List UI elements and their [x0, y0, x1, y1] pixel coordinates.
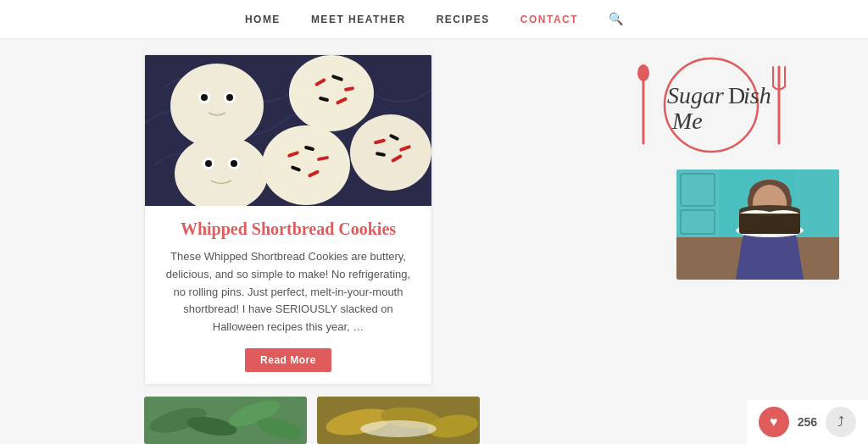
svg-point-38: [360, 420, 437, 437]
right-column: Sugar D ish Me: [534, 39, 868, 444]
svg-point-20: [205, 160, 212, 167]
thumbnails-row: [144, 397, 517, 444]
feature-card: Whipped Shortbread Cookies These Whipped…: [144, 54, 432, 385]
site-logo: Sugar D ish Me: [582, 54, 820, 156]
svg-rect-52: [676, 169, 719, 237]
svg-point-3: [201, 94, 208, 101]
read-more-button[interactable]: Read More: [245, 348, 331, 372]
feature-card-text: These Whipped Shortbread Cookies are but…: [162, 248, 415, 336]
svg-point-12: [350, 114, 431, 191]
svg-point-23: [262, 125, 350, 205]
share-button[interactable]: ⤴: [826, 407, 856, 437]
svg-text:Me: Me: [671, 108, 703, 134]
svg-point-22: [231, 160, 237, 167]
heather-photo-card: [676, 169, 839, 280]
left-column: Whipped Shortbread Cookies These Whipped…: [0, 39, 534, 444]
svg-point-6: [289, 55, 374, 131]
feature-card-image: [145, 55, 432, 206]
nav-home[interactable]: HOME: [245, 14, 281, 25]
svg-text:Sugar: Sugar: [667, 82, 724, 108]
thumbnail-1[interactable]: [144, 397, 307, 444]
search-icon[interactable]: 🔍: [609, 12, 623, 26]
svg-text:ish: ish: [743, 82, 771, 108]
svg-rect-54: [795, 169, 839, 237]
share-icon: ⤴: [837, 414, 844, 430]
svg-point-5: [226, 94, 233, 101]
navigation: HOME MEET HEATHER RECIPES CONTACT 🔍: [0, 0, 868, 39]
svg-point-1: [170, 64, 264, 148]
nav-contact[interactable]: CONTACT: [520, 14, 578, 25]
nav-meet-heather[interactable]: MEET HEATHER: [311, 14, 406, 25]
heart-button[interactable]: ♥: [759, 407, 789, 437]
like-count: 256: [798, 415, 817, 429]
feature-card-title: Whipped Shortbread Cookies: [162, 218, 415, 240]
feature-card-body: Whipped Shortbread Cookies These Whipped…: [145, 206, 431, 385]
nav-recipes[interactable]: RECIPES: [437, 14, 490, 25]
thumbnail-2[interactable]: [317, 397, 480, 444]
svg-point-64: [739, 205, 800, 215]
bottom-action-bar: ♥ 256 ⤴: [747, 400, 868, 444]
svg-point-41: [637, 64, 649, 81]
main-content: Whipped Shortbread Cookies These Whipped…: [0, 39, 868, 444]
heart-icon: ♥: [770, 414, 778, 430]
